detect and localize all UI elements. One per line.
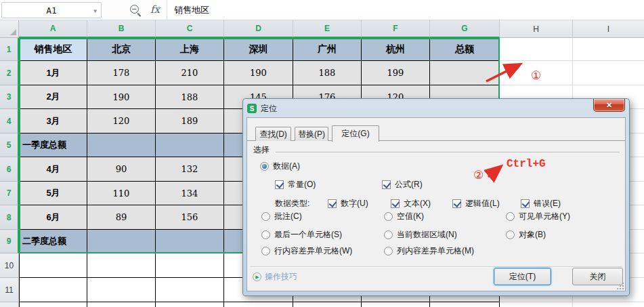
cell[interactable]: 178 [87, 61, 156, 85]
cell[interactable]: 199 [362, 61, 430, 85]
radio-data[interactable]: 数据(A) [260, 161, 300, 171]
close-button[interactable]: ✕ [593, 99, 625, 112]
zoom-out-icon[interactable] [130, 5, 139, 14]
radio-column-differences[interactable]: 列内容差异单元格(M) [384, 245, 474, 256]
cell[interactable]: 一季度总额 [19, 134, 87, 157]
cell[interactable] [500, 38, 573, 61]
radio-visible-cells[interactable]: 可见单元格(Y) [506, 211, 570, 222]
column-header-F[interactable]: F [362, 20, 430, 38]
row-header-1[interactable]: 1 [0, 38, 19, 61]
radio-current-region[interactable]: 当前数据区域(N) [384, 229, 457, 240]
checkbox-errors[interactable]: 错误(E) [521, 198, 561, 209]
cell[interactable] [573, 302, 644, 307]
cell[interactable]: 1月 [19, 61, 87, 85]
close-dialog-button[interactable]: 关闭 [572, 268, 623, 285]
cell[interactable] [573, 38, 644, 61]
checkbox-text[interactable]: 文本(X) [391, 198, 431, 209]
goto-button[interactable]: 定位(T) [494, 268, 551, 285]
cell[interactable]: 188 [293, 61, 362, 85]
cell[interactable] [87, 134, 156, 157]
cell[interactable]: 89 [87, 205, 156, 230]
cell[interactable]: 190 [87, 85, 156, 109]
cell[interactable]: 上海 [156, 38, 224, 61]
cell[interactable] [430, 61, 500, 85]
radio-comments[interactable]: 批注(C) [261, 211, 302, 222]
row-header-4[interactable]: 4 [0, 109, 19, 134]
cell[interactable]: 杭州 [362, 38, 430, 61]
column-header-G[interactable]: G [430, 20, 500, 38]
row-header-12[interactable]: 12 [0, 302, 19, 307]
checkbox-constants[interactable]: 常量(O) [275, 179, 316, 190]
tips-link[interactable]: ▶ 操作技巧 [253, 271, 297, 283]
cell[interactable]: 90 [87, 157, 156, 182]
checkbox-numbers[interactable]: 数字(U) [328, 198, 368, 209]
cell[interactable]: 5月 [19, 182, 87, 205]
column-header-E[interactable]: E [293, 20, 362, 38]
chevron-down-icon[interactable]: ▼ [93, 8, 97, 14]
select-all-corner[interactable] [0, 20, 19, 38]
cell[interactable]: 深圳 [224, 38, 293, 61]
checkbox-logicals[interactable]: 逻辑值(L) [452, 198, 500, 209]
row-header-7[interactable]: 7 [0, 182, 19, 205]
cell[interactable] [87, 230, 156, 253]
column-header-D[interactable]: D [224, 20, 293, 38]
cell[interactable] [362, 302, 430, 307]
cell[interactable]: 132 [156, 157, 224, 182]
row-header-5[interactable]: 5 [0, 134, 19, 157]
cell[interactable]: 北京 [87, 38, 156, 61]
row-header-11[interactable]: 11 [0, 278, 19, 302]
cell[interactable] [19, 302, 87, 307]
cell[interactable]: 110 [87, 182, 156, 205]
cell[interactable]: 3月 [19, 109, 87, 134]
cell[interactable] [224, 302, 293, 307]
cell[interactable]: 总额 [430, 38, 500, 61]
cell[interactable]: 2月 [19, 85, 87, 109]
dialog-titlebar[interactable]: S 定位 [247, 102, 277, 115]
column-header-B[interactable]: B [87, 20, 156, 38]
cell[interactable] [573, 61, 644, 85]
cell[interactable]: 156 [156, 205, 224, 230]
radio-objects[interactable]: 对象(B) [506, 229, 546, 240]
cell[interactable]: 4月 [19, 157, 87, 182]
radio-row-differences[interactable]: 行内容差异单元格(W) [261, 245, 352, 256]
radio-blanks[interactable]: 空值(K) [384, 211, 424, 222]
cell[interactable]: 188 [156, 85, 224, 109]
cell[interactable] [500, 302, 573, 307]
cell[interactable] [156, 253, 224, 278]
cell[interactable] [87, 302, 156, 307]
cell[interactable]: 二季度总额 [19, 230, 87, 253]
cell[interactable] [156, 134, 224, 157]
cell[interactable]: 210 [156, 61, 224, 85]
cell[interactable]: 销售地区 [19, 38, 87, 61]
tab-replace[interactable]: 替换(P) [295, 127, 328, 141]
row-header-2[interactable]: 2 [0, 61, 19, 85]
checkbox-formulas[interactable]: 公式(R) [382, 179, 423, 190]
row-header-9[interactable]: 9 [0, 230, 19, 253]
formula-input[interactable]: 销售地区 [167, 0, 644, 20]
radio-last-cell[interactable]: 最后一个单元格(S) [261, 229, 342, 240]
cell[interactable] [87, 278, 156, 302]
cell[interactable] [293, 302, 362, 307]
cell[interactable] [19, 253, 87, 278]
column-header-I[interactable]: I [573, 20, 644, 38]
tab-find[interactable]: 查找(D) [255, 127, 291, 141]
cell[interactable]: 广州 [293, 38, 362, 61]
column-header-A[interactable]: A [19, 20, 87, 38]
cell[interactable] [156, 278, 224, 302]
cell[interactable]: 120 [87, 109, 156, 134]
row-header-8[interactable]: 8 [0, 205, 19, 230]
cell[interactable]: 189 [156, 109, 224, 134]
cell[interactable] [156, 302, 224, 307]
row-header-10[interactable]: 10 [0, 253, 19, 278]
cell[interactable]: 134 [156, 182, 224, 205]
cell[interactable] [430, 302, 500, 307]
row-header-6[interactable]: 6 [0, 157, 19, 182]
cell[interactable]: 190 [224, 61, 293, 85]
cell[interactable] [156, 230, 224, 253]
column-header-H[interactable]: H [500, 20, 573, 38]
column-header-C[interactable]: C [156, 20, 224, 38]
cell[interactable] [19, 278, 87, 302]
name-box[interactable]: A1 ▼ [1, 2, 102, 18]
row-header-3[interactable]: 3 [0, 85, 19, 109]
insert-function-icon[interactable]: fx [150, 3, 160, 16]
